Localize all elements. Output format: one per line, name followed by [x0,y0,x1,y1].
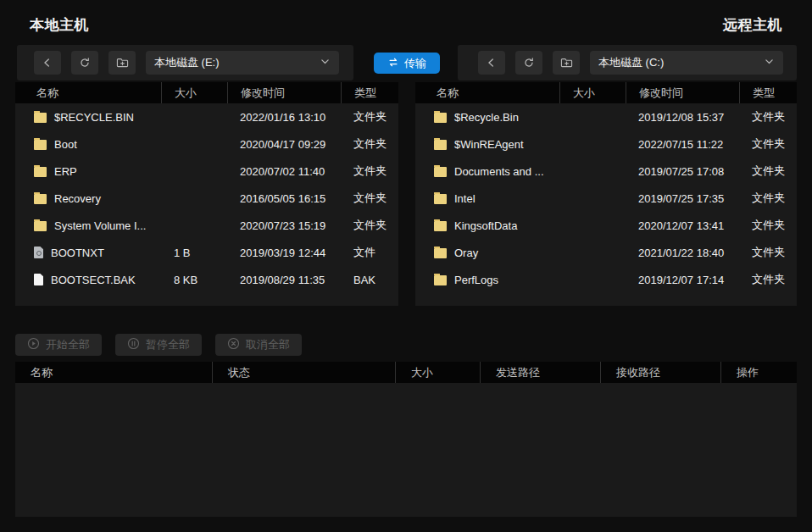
chevron-left-icon [486,57,498,69]
folder-icon [434,167,447,177]
file-name: Recovery [54,192,101,205]
file-name: System Volume I... [54,219,146,232]
file-modified: 2022/01/16 13:10 [227,111,341,124]
remote-drive-select-value: 本地磁盘 (C:) [598,55,664,70]
system-file-icon [34,247,43,258]
column-header-modified: 修改时间 [626,82,739,103]
column-header-status: 状态 [212,362,395,383]
folder-icon [434,221,447,231]
transfer-button[interactable]: 传输 [374,53,440,74]
file-name: $Recycle.Bin [454,111,519,124]
pause-circle-icon [127,337,140,352]
file-row[interactable]: Oray 2021/01/22 18:40 文件夹 [415,239,797,266]
local-file-table-header: 名称 大小 修改时间 类型 [15,82,398,103]
file-modified: 2019/03/19 12:44 [227,247,341,259]
cancel-circle-icon [227,337,240,352]
file-row[interactable]: ERP 2020/07/02 11:40 文件夹 [15,158,398,185]
file-type: 文件夹 [341,109,398,125]
queue-table-body-empty [15,383,797,517]
file-icon [34,274,43,285]
folder-icon [434,113,447,123]
queue-actions: 开始全部 暂停全部 取消全部 [15,334,302,356]
file-modified: 2020/07/23 15:19 [227,219,341,232]
file-size: 1 B [161,247,227,259]
file-modified: 2021/01/22 18:40 [626,247,739,259]
start-all-label: 开始全部 [46,337,90,352]
file-modified: 2019/12/07 17:14 [626,274,739,286]
remote-back-button[interactable] [478,51,505,75]
remote-file-list: $Recycle.Bin 2019/12/08 15:37 文件夹 $WinRE… [415,103,797,306]
file-row[interactable]: $RECYCLE.BIN 2022/01/16 13:10 文件夹 [15,103,398,130]
file-row[interactable]: System Volume I... 2020/07/23 15:19 文件夹 [15,212,398,239]
file-row[interactable]: Documents and ... 2019/07/25 17:08 文件夹 [415,158,797,185]
folder-icon [434,275,447,285]
file-row[interactable]: Intel 2019/07/25 17:35 文件夹 [415,185,797,212]
column-header-operation: 操作 [720,362,797,383]
file-name: BOOTNXT [51,247,104,259]
remote-file-table-header: 名称 大小 修改时间 类型 [415,82,797,103]
file-row[interactable]: $Recycle.Bin 2019/12/08 15:37 文件夹 [415,103,797,130]
file-type: BAK [341,274,398,286]
file-name: BOOTSECT.BAK [51,274,136,286]
file-row[interactable]: Recovery 2016/05/05 16:15 文件夹 [15,185,398,212]
file-type: 文件夹 [341,191,398,206]
local-host-title: 本地主机 [30,15,89,35]
pause-all-button[interactable]: 暂停全部 [115,334,202,356]
file-row[interactable]: Boot 2020/04/17 09:29 文件夹 [15,130,398,158]
column-header-name: 名称 [15,362,212,383]
file-modified: 2020/07/02 11:40 [227,165,341,178]
column-header-send-path: 发送路径 [480,362,600,383]
file-name: $WinREAgent [454,138,524,151]
local-drive-select[interactable]: 本地磁盘 (E:) [146,51,339,75]
new-folder-icon [116,57,129,69]
file-type: 文件 [341,245,398,260]
file-type: 文件夹 [739,218,797,233]
remote-file-table: 名称 大小 修改时间 类型 $Recycle.Bin 2019/12/08 15… [415,82,797,306]
local-new-folder-button[interactable] [108,51,136,75]
local-refresh-button[interactable] [71,51,98,75]
chevron-down-icon [320,55,331,70]
remote-drive-select[interactable]: 本地磁盘 (C:) [590,51,783,75]
file-name: $RECYCLE.BIN [54,111,134,124]
folder-icon [434,140,447,150]
column-header-type: 类型 [739,82,797,103]
file-row[interactable]: BOOTNXT 1 B 2019/03/19 12:44 文件 [15,239,398,266]
file-modified: 2019/07/25 17:35 [626,192,739,205]
file-modified: 2022/07/15 11:22 [626,138,739,151]
chevron-left-icon [42,57,53,69]
file-row[interactable]: BOOTSECT.BAK 8 KB 2019/08/29 11:35 BAK [15,266,398,293]
file-row[interactable]: KingsoftData 2020/12/07 13:41 文件夹 [415,212,797,239]
file-type: 文件夹 [341,163,398,179]
file-transfer-window: 本地主机 远程主机 本地磁盘 (E:) 传输 本地磁 [0,0,812,532]
play-circle-icon [27,337,40,352]
refresh-icon [79,57,91,69]
cancel-all-button[interactable]: 取消全部 [215,334,302,356]
file-size: 8 KB [161,274,227,286]
start-all-button[interactable]: 开始全部 [15,334,102,356]
folder-icon [34,167,47,177]
file-name: ERP [54,165,77,178]
remote-refresh-button[interactable] [515,51,542,75]
column-header-size: 大小 [559,82,626,103]
refresh-icon [523,57,535,69]
file-type: 文件夹 [739,272,797,287]
file-row[interactable]: $WinREAgent 2022/07/15 11:22 文件夹 [415,130,797,158]
chevron-down-icon [764,55,775,70]
file-type: 文件夹 [341,218,398,233]
file-type: 文件夹 [341,136,398,152]
folder-icon [434,194,447,204]
column-header-size: 大小 [395,362,480,383]
pause-all-label: 暂停全部 [146,337,190,352]
folder-icon [34,113,47,123]
file-name: Oray [454,247,478,259]
column-header-type: 类型 [341,82,398,103]
transfer-button-label: 传输 [404,56,426,71]
file-row[interactable]: PerfLogs 2019/12/07 17:14 文件夹 [415,266,797,293]
file-type: 文件夹 [739,163,797,179]
file-modified: 2020/04/17 09:29 [227,138,341,151]
file-modified: 2016/05/05 16:15 [227,192,341,205]
local-back-button[interactable] [34,51,61,75]
file-name: Boot [54,138,77,151]
remote-new-folder-button[interactable] [553,51,580,75]
file-modified: 2019/08/29 11:35 [227,274,341,286]
